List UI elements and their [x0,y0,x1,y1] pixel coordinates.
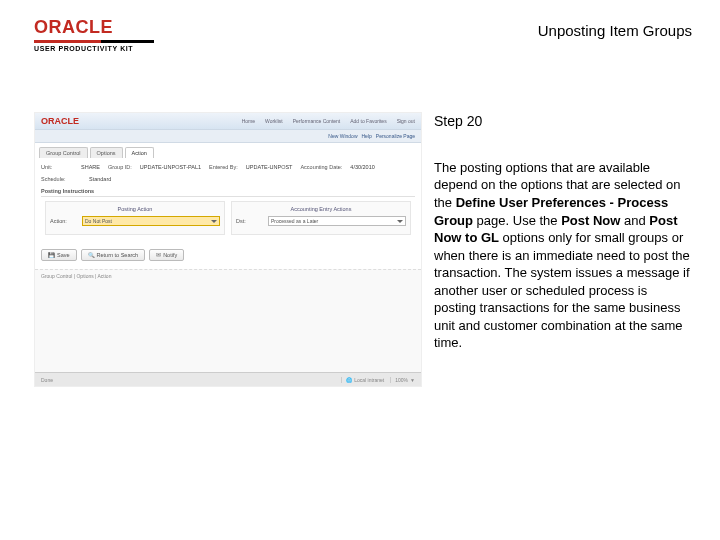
nav-favorites[interactable]: Add to Favorites [350,118,386,124]
notify-button[interactable]: ✉ Notify [149,249,184,261]
enteredby-label: Entered By: [209,164,238,170]
action-select-value: Do Not Post [85,218,112,224]
dst-field: Dst: Processed as a Later [236,216,406,226]
oracle-logo: ORACLE [34,18,154,36]
dst-select-value: Processed as a Later [271,218,318,224]
action-select[interactable]: Do Not Post [82,216,220,226]
action-label: Action: [50,218,78,224]
app-toolbar-links: New Window Help Personalize Page [35,130,421,143]
action-field: Action: Do Not Post [50,216,220,226]
link-help[interactable]: Help [362,133,372,139]
instr-segment: and [620,213,649,228]
schedule-row: Schedule: Standard [41,176,415,182]
chevron-down-icon [211,220,217,223]
instr-segment: page. Use the [473,213,561,228]
app-footer-links: Group Control | Options | Action [35,269,421,282]
app-global-nav: Home Worklist Performance Content Add to… [242,118,415,124]
instr-segment: options only for small groups or when th… [434,230,690,350]
tab-options[interactable]: Options [90,147,123,158]
return-button[interactable]: 🔍 Return to Search [81,249,146,261]
status-zone-label: Local intranet [354,377,384,383]
instr-bold-postnow: Post Now [561,213,620,228]
save-button-label: Save [57,252,70,258]
dst-select[interactable]: Processed as a Later [268,216,406,226]
nav-home[interactable]: Home [242,118,255,124]
step-number: Step 20 [434,112,692,131]
acctdate-label: Accounting Date: [300,164,342,170]
accounting-entry-header: Accounting Entry Actions [236,206,406,212]
instruction-paragraph: The posting options that are available d… [434,159,692,352]
app-body: Unit: SHARE Group ID: UPDATE-UNPOST-PAL1… [35,158,421,245]
app-topbar: ORACLE Home Worklist Performance Content… [35,113,421,130]
status-done: Done [41,377,53,383]
chevron-down-icon: ▼ [410,377,415,383]
logo-underline [34,40,154,43]
link-personalize[interactable]: Personalize Page [376,133,415,139]
status-zoom: 100% ▼ [390,377,415,383]
nav-performance[interactable]: Performance Content [293,118,341,124]
groupid-value: UPDATE-UNPOST-PAL1 [140,164,201,170]
tab-action[interactable]: Action [125,147,154,158]
section-title: Posting Instructions [41,188,415,194]
save-button[interactable]: 💾 Save [41,249,77,261]
embedded-screenshot: ORACLE Home Worklist Performance Content… [34,112,422,387]
schedule-label: Schedule: [41,176,81,182]
app-oracle-logo: ORACLE [41,116,79,126]
status-right: 🌐 Local intranet 100% ▼ [341,377,415,383]
globe-icon: 🌐 [346,377,352,383]
notify-button-label: Notify [163,252,177,258]
acctdate-value: 4/30/2010 [350,164,374,170]
nav-signout[interactable]: Sign out [397,118,415,124]
tab-group-control[interactable]: Group Control [39,147,88,158]
groupid-label: Group ID: [108,164,132,170]
unit-label: Unit: [41,164,73,170]
page-header: ORACLE USER PRODUCTIVITY KIT Unposting I… [0,0,720,56]
brand-block: ORACLE USER PRODUCTIVITY KIT [34,18,154,52]
app-tabs: Group Control Options Action [35,143,421,158]
enteredby-value: UPDATE-UNPOST [246,164,293,170]
chevron-down-icon [397,220,403,223]
zoom-value: 100% [395,377,408,383]
posting-action-header: Posting Action [50,206,220,212]
status-zone: 🌐 Local intranet [341,377,384,383]
instruction-panel: Step 20 The posting options that are ava… [434,112,692,387]
accounting-entry-panel: Accounting Entry Actions Dst: Processed … [231,201,411,235]
link-new-window[interactable]: New Window [328,133,357,139]
browser-status-bar: Done 🌐 Local intranet 100% ▼ [35,372,421,386]
schedule-value: Standard [89,176,111,182]
return-icon: 🔍 [88,252,95,258]
posting-action-panel: Posting Action Action: Do Not Post [45,201,225,235]
nav-worklist[interactable]: Worklist [265,118,283,124]
posting-columns: Posting Action Action: Do Not Post Accou… [41,196,415,239]
notify-icon: ✉ [156,252,161,258]
save-icon: 💾 [48,252,55,258]
info-row: Unit: SHARE Group ID: UPDATE-UNPOST-PAL1… [41,164,415,170]
dst-label: Dst: [236,218,264,224]
app-button-row: 💾 Save 🔍 Return to Search ✉ Notify [35,245,421,269]
content-row: ORACLE Home Worklist Performance Content… [0,112,720,387]
return-button-label: Return to Search [97,252,139,258]
unit-value: SHARE [81,164,100,170]
document-title: Unposting Item Groups [538,18,692,39]
logo-subtitle: USER PRODUCTIVITY KIT [34,45,154,52]
